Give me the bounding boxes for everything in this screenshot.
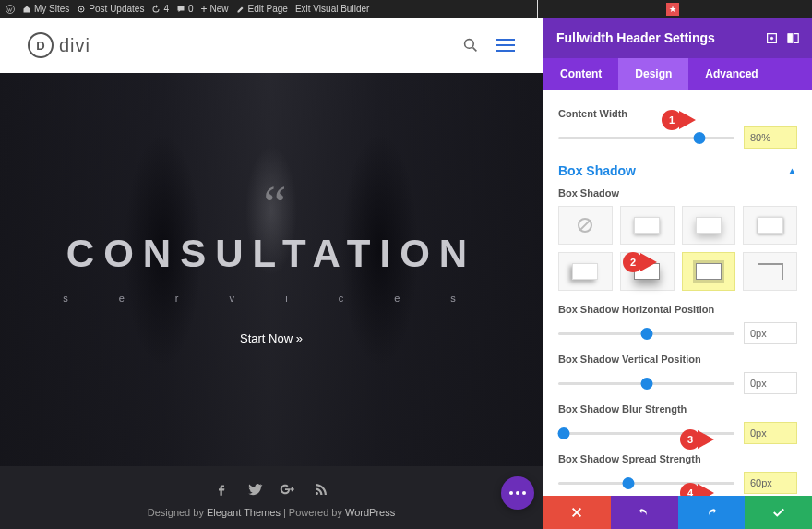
panel-title: Fullwidth Header Settings (556, 30, 715, 45)
google-plus-icon[interactable] (280, 481, 296, 498)
admin-updates[interactable]: 4 (151, 4, 169, 14)
admin-post-updates[interactable]: Post Updates (77, 4, 144, 14)
panel-tabs: Content Design Advanced (543, 58, 812, 90)
admin-comments-count: 0 (188, 4, 194, 14)
footer-credits: Designed by Elegant Themes | Powered by … (0, 507, 543, 518)
admin-edit-page[interactable]: Edit Page (236, 4, 288, 14)
content-width-input[interactable]: 80% (744, 126, 797, 149)
hero-section: “ CONSULTATION s e r v i c e s Start Now… (0, 73, 543, 466)
page-preview: D divi “ CONSULTATION s e r v i c e s St… (0, 18, 543, 529)
expand-icon[interactable] (766, 32, 778, 44)
shadow-preset-none[interactable] (558, 206, 613, 245)
logo-mark: D (28, 32, 54, 58)
hero-subtitle: s e r v i c e s (63, 293, 480, 304)
site-header: D divi (0, 18, 543, 73)
rss-icon[interactable] (313, 481, 329, 498)
snap-icon[interactable] (787, 32, 799, 44)
svg-rect-8 (794, 33, 798, 42)
content-width-slider[interactable] (558, 137, 734, 139)
vert-input[interactable]: 0px (744, 372, 797, 394)
svg-rect-7 (788, 33, 793, 42)
vert-slider[interactable] (558, 382, 734, 385)
shadow-preset-7[interactable] (743, 252, 797, 291)
none-icon (578, 218, 592, 233)
blur-slider[interactable] (558, 432, 734, 435)
spread-input[interactable]: 60px (744, 472, 797, 494)
twitter-icon[interactable] (246, 481, 263, 498)
svg-point-0 (6, 5, 15, 13)
footer-link-themes[interactable]: Elegant Themes (207, 507, 281, 518)
panel-header: Fullwidth Header Settings (543, 18, 812, 58)
horiz-input[interactable]: 0px (744, 322, 797, 344)
admin-my-sites[interactable]: My Sites (22, 4, 69, 14)
svg-point-6 (770, 37, 772, 39)
facebook-icon[interactable] (213, 481, 230, 498)
admin-my-sites-label: My Sites (34, 4, 69, 14)
logo-text: divi (59, 35, 90, 56)
hero-title: CONSULTATION (66, 232, 476, 276)
shadow-preset-6[interactable] (682, 252, 736, 291)
tab-design[interactable]: Design (618, 58, 688, 90)
search-icon[interactable] (463, 38, 478, 53)
admin-new-label: New (210, 4, 229, 14)
svg-point-2 (80, 8, 82, 10)
horiz-slider[interactable] (558, 332, 734, 335)
settings-panel: Fullwidth Header Settings Content Design… (543, 18, 812, 529)
panel-action-bar (543, 496, 812, 529)
svg-point-4 (465, 40, 474, 49)
spread-label: Box Shadow Spread Strength (558, 453, 797, 464)
admin-comments[interactable]: 0 (176, 4, 194, 14)
admin-edit-page-label: Edit Page (248, 4, 288, 14)
spread-slider[interactable] (558, 482, 734, 485)
admin-star-icon[interactable]: ★ (666, 3, 679, 16)
footer-link-wp[interactable]: WordPress (345, 507, 395, 518)
admin-new[interactable]: +New (201, 3, 229, 16)
site-footer: Designed by Elegant Themes | Powered by … (0, 466, 543, 529)
undo-button[interactable] (611, 496, 678, 529)
redo-button[interactable] (678, 496, 746, 529)
tab-advanced[interactable]: Advanced (688, 58, 774, 90)
horiz-label: Box Shadow Horizontal Position (558, 304, 797, 315)
content-width-label: Content Width (558, 108, 797, 119)
wp-logo[interactable] (6, 5, 15, 14)
builder-fab[interactable] (501, 476, 534, 510)
tab-content[interactable]: Content (543, 58, 618, 90)
admin-exit-builder[interactable]: Exit Visual Builder (295, 4, 369, 14)
box-shadow-label: Box Shadow (558, 187, 797, 198)
discard-button[interactable] (543, 496, 611, 529)
menu-icon[interactable] (496, 39, 515, 52)
admin-exit-builder-label: Exit Visual Builder (295, 4, 369, 14)
save-button[interactable] (745, 496, 812, 529)
hero-cta-button[interactable]: Start Now » (240, 331, 303, 345)
box-shadow-presets (558, 206, 797, 291)
quote-icon: “ (264, 194, 280, 214)
chevron-up-icon: ▲ (787, 165, 797, 176)
shadow-preset-2[interactable] (682, 206, 736, 245)
shadow-preset-1[interactable] (620, 206, 675, 245)
vert-label: Box Shadow Vertical Position (558, 354, 797, 365)
shadow-preset-3[interactable] (743, 206, 797, 245)
site-logo[interactable]: D divi (28, 32, 90, 58)
admin-updates-count: 4 (163, 4, 169, 14)
shadow-preset-4[interactable] (558, 252, 613, 291)
wp-admin-bar: My Sites Post Updates 4 0 +New Edit Page… (0, 0, 812, 18)
blur-input[interactable]: 0px (744, 422, 797, 444)
shadow-preset-5[interactable] (620, 252, 675, 291)
blur-label: Box Shadow Blur Strength (558, 403, 797, 415)
box-shadow-section[interactable]: Box Shadow ▲ (558, 163, 797, 178)
admin-post-updates-label: Post Updates (89, 4, 144, 14)
panel-body: Content Width 80% Box Shadow ▲ Box Shado… (543, 90, 812, 496)
